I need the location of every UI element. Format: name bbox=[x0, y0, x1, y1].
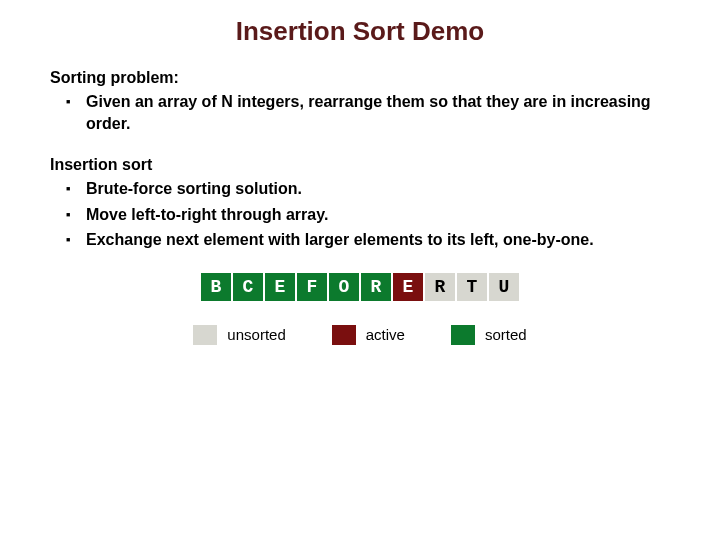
array-cell: C bbox=[233, 273, 263, 301]
section-heading: Sorting problem: bbox=[50, 69, 670, 87]
section-sorting-problem: Sorting problem: Given an array of N int… bbox=[50, 69, 670, 134]
array-cell: O bbox=[329, 273, 359, 301]
legend: unsorted active sorted bbox=[193, 325, 526, 345]
list-item: Brute-force sorting solution. bbox=[86, 178, 670, 200]
legend-swatch-unsorted bbox=[193, 325, 217, 345]
legend-swatch-active bbox=[332, 325, 356, 345]
array-cell: R bbox=[425, 273, 455, 301]
cells-row: B C E F O R E R T U bbox=[201, 273, 519, 301]
slide: Insertion Sort Demo Sorting problem: Giv… bbox=[0, 0, 720, 349]
list-item: Move left-to-right through array. bbox=[86, 204, 670, 226]
legend-swatch-sorted bbox=[451, 325, 475, 345]
array-cell: R bbox=[361, 273, 391, 301]
page-title: Insertion Sort Demo bbox=[50, 16, 670, 47]
array-cell: B bbox=[201, 273, 231, 301]
array-cell: F bbox=[297, 273, 327, 301]
list-item: Exchange next element with larger elemen… bbox=[86, 229, 670, 251]
section-insertion-sort: Insertion sort Brute-force sorting solut… bbox=[50, 156, 670, 251]
list-item: Given an array of N integers, rearrange … bbox=[86, 91, 670, 134]
legend-label-sorted: sorted bbox=[485, 326, 527, 343]
bullet-list: Brute-force sorting solution. Move left-… bbox=[50, 178, 670, 251]
array-cell: E bbox=[265, 273, 295, 301]
legend-label-unsorted: unsorted bbox=[227, 326, 285, 343]
bullet-list: Given an array of N integers, rearrange … bbox=[50, 91, 670, 134]
section-heading: Insertion sort bbox=[50, 156, 670, 174]
array-cell: T bbox=[457, 273, 487, 301]
array-cell: U bbox=[489, 273, 519, 301]
array-cell: E bbox=[393, 273, 423, 301]
legend-label-active: active bbox=[366, 326, 405, 343]
array-visualization: B C E F O R E R T U unsorted active sort… bbox=[50, 273, 670, 349]
